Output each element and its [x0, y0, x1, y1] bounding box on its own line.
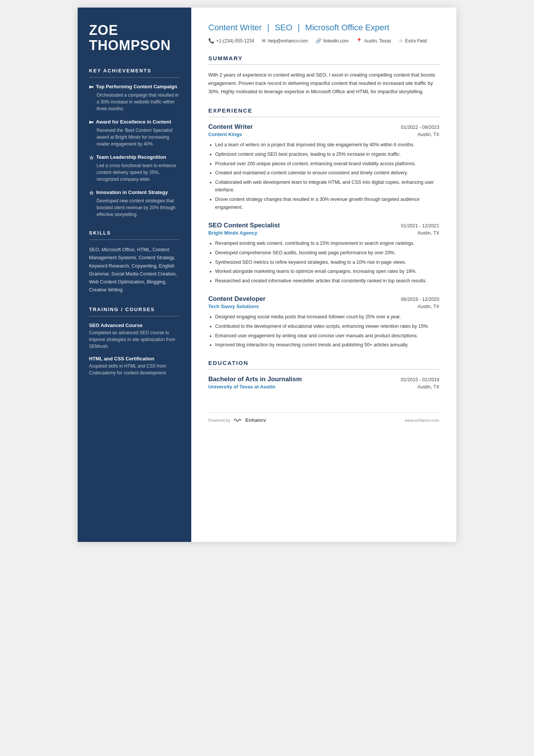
- list-item: Optimized content using SEO best practic…: [215, 150, 439, 158]
- footer-website: www.enhancv.com: [405, 418, 439, 423]
- exp-location-1: Austin, TX: [418, 132, 439, 137]
- achievements-list: ✄ Top Performing Content Campaign Orches…: [89, 84, 180, 218]
- achievement-icon-1: ✄: [89, 84, 94, 90]
- main-content: Content Writer | SEO | Microsoft Office …: [191, 8, 456, 542]
- enhancv-logo-icon: [233, 417, 243, 423]
- skills-section-title: SKILLS: [89, 230, 180, 236]
- list-item: Researched and created informative newsl…: [215, 277, 439, 285]
- experience-section-title: EXPERIENCE: [208, 107, 439, 114]
- achievements-divider: [89, 77, 180, 78]
- contact-bar: 📞 +1-(234)-555-1234 ✉ help@enhancv.com 🔗…: [208, 38, 439, 44]
- training-section-title: TRAINING / COURSES: [89, 307, 180, 312]
- achievement-2: ✄ Award for Excellence in Content Receiv…: [89, 119, 180, 147]
- star-icon: ☆: [399, 38, 403, 44]
- edu-dates: 01/2015 - 01/2019: [401, 377, 439, 382]
- experience-entry-3: Content Developer 06/2019 - 12/2020 Tech…: [208, 295, 439, 349]
- list-item: Produced over 200 unique pieces of conte…: [215, 160, 439, 168]
- powered-by-label: Powered by: [208, 418, 230, 423]
- exp-dates-2: 01/2021 - 12/2021: [401, 223, 439, 229]
- phone-icon: 📞: [208, 38, 214, 44]
- education-entry-1: Bachelor of Arts in Journalism 01/2015 -…: [208, 376, 439, 390]
- achievement-icon-2: ✄: [89, 119, 94, 125]
- exp-dates-1: 01/2022 - 09/2023: [401, 125, 439, 130]
- list-item: Synthesized SEO metrics to refine keywor…: [215, 258, 439, 266]
- exp-company-1: Content Kings: [208, 131, 242, 137]
- linkedin-icon: 🔗: [315, 38, 322, 44]
- exp-title-3: Content Developer: [208, 295, 265, 303]
- contact-email: ✉ help@enhancv.com: [262, 38, 308, 44]
- contact-extra: ☆ Extra Field: [399, 38, 427, 44]
- achievement-1: ✄ Top Performing Content Campaign Orches…: [89, 84, 180, 112]
- exp-dates-3: 06/2019 - 12/2020: [401, 297, 439, 302]
- separator-2: |: [298, 23, 300, 32]
- exp-bullets-3: Designed engaging social media posts tha…: [208, 313, 439, 349]
- edu-degree: Bachelor of Arts in Journalism: [208, 376, 302, 383]
- job-title: Content Writer | SEO | Microsoft Office …: [208, 23, 439, 33]
- achievement-desc-3: Led a cross-functional team to enhance c…: [89, 162, 180, 183]
- skills-divider: [89, 239, 180, 240]
- exp-title-1: Content Writer: [208, 123, 253, 131]
- candidate-name: ZOE THOMPSON: [89, 23, 180, 53]
- exp-title-2: SEO Content Specialist: [208, 222, 280, 229]
- exp-location-2: Austin, TX: [418, 230, 439, 236]
- edu-location: Austin, TX: [418, 384, 439, 390]
- exp-bullets-1: Led a team of writers on a project that …: [208, 141, 439, 211]
- experience-entry-1: Content Writer 01/2022 - 09/2023 Content…: [208, 123, 439, 211]
- separator-1: |: [267, 23, 270, 32]
- list-item: Created and maintained a content calenda…: [215, 169, 439, 177]
- achievement-4: ☆ Innovation in Content Strategy Develop…: [89, 189, 180, 218]
- achievement-3: ☆ Team Leadership Recognition Led a cros…: [89, 154, 180, 183]
- training-2: HTML and CSS Certification Acquired skil…: [89, 356, 180, 376]
- training-divider: [89, 316, 180, 316]
- list-item: Led a team of writers on a project that …: [215, 141, 439, 149]
- achievements-section-title: KEY ACHIEVEMENTS: [89, 68, 180, 74]
- list-item: Improved blog interaction by researching…: [215, 341, 439, 349]
- summary-divider: [208, 64, 439, 65]
- achievement-icon-4: ☆: [89, 190, 94, 196]
- edu-school: University of Texas at Austin: [208, 384, 275, 390]
- contact-linkedin: 🔗 linkedin.com: [315, 38, 349, 44]
- summary-section-title: SUMMARY: [208, 55, 439, 61]
- exp-bullets-2: Revamped existing web content, contribut…: [208, 239, 439, 285]
- exp-company-3: Tech Savvy Solutions: [208, 304, 259, 309]
- brand-label: Enhancv: [245, 417, 266, 423]
- achievement-desc-4: Developed new content strategies that bo…: [89, 197, 180, 218]
- achievement-desc-2: Received the 'Best Content Specialist' a…: [89, 127, 180, 147]
- training-list: SEO Advanced Course Completed an advance…: [89, 322, 180, 376]
- footer: Powered by Enhancv www.enhancv.com: [208, 412, 439, 423]
- education-section-title: EDUCATION: [208, 360, 439, 366]
- contact-phone: 📞 +1-(234)-555-1234: [208, 38, 254, 44]
- education-divider: [208, 369, 439, 369]
- exp-location-3: Austin, TX: [418, 304, 439, 309]
- location-icon: 📍: [356, 38, 362, 44]
- email-icon: ✉: [262, 38, 266, 44]
- list-item: Collaborated with web development team t…: [215, 178, 439, 194]
- list-item: Drove content strategy changes that resu…: [215, 196, 439, 211]
- summary-text: With 2 years of experience in content wr…: [208, 71, 439, 96]
- list-item: Contributed to the development of educat…: [215, 322, 439, 330]
- experience-entry-2: SEO Content Specialist 01/2021 - 12/2021…: [208, 222, 439, 285]
- resume-container: ZOE THOMPSON KEY ACHIEVEMENTS ✄ Top Perf…: [78, 8, 456, 542]
- sidebar: ZOE THOMPSON KEY ACHIEVEMENTS ✄ Top Perf…: [78, 8, 191, 542]
- list-item: Enhanced user engagement by writing clea…: [215, 332, 439, 340]
- experience-divider: [208, 117, 439, 117]
- contact-location: 📍 Austin, Texas: [356, 38, 391, 44]
- achievement-desc-1: Orchestrated a campaign that resulted in…: [89, 92, 180, 112]
- list-item: Designed engaging social media posts tha…: [215, 313, 439, 321]
- list-item: Revamped existing web content, contribut…: [215, 239, 439, 247]
- exp-company-2: Bright Minds Agency: [208, 230, 258, 236]
- list-item: Worked alongside marketing teams to opti…: [215, 268, 439, 275]
- list-item: Developed comprehensive SEO audits, boos…: [215, 249, 439, 257]
- skills-text: SEO, Microsoft Office, HTML, Content Man…: [89, 246, 180, 294]
- training-1: SEO Advanced Course Completed an advance…: [89, 322, 180, 350]
- achievement-icon-3: ☆: [89, 155, 94, 161]
